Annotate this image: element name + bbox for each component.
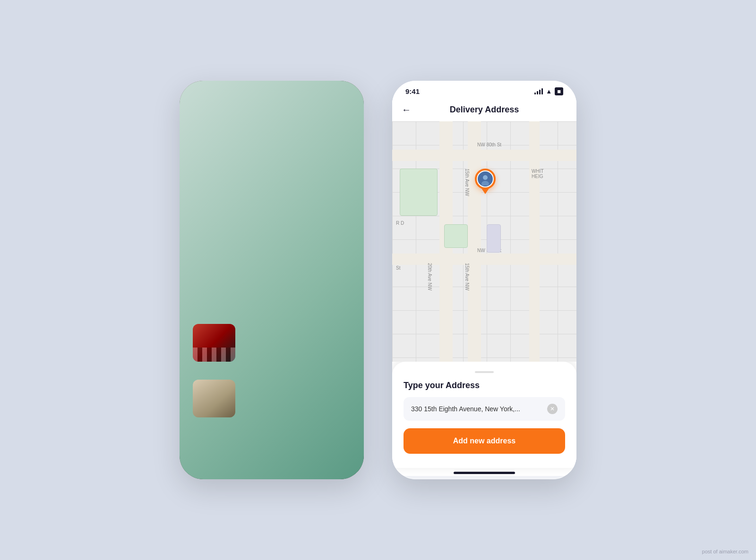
watermark: post of aimaker.com: [702, 549, 748, 554]
road-label-st: St: [396, 265, 400, 271]
delivery-header: ← Delivery Address: [392, 98, 576, 121]
pin-tail: [481, 188, 489, 194]
road-nw65: [392, 254, 576, 265]
map-block-green-1: [400, 169, 438, 216]
map-block-green-2: [444, 224, 468, 248]
back-button[interactable]: ←: [402, 104, 411, 115]
clear-address-button[interactable]: ✕: [547, 404, 558, 414]
status-icons-right: ▲ ■: [534, 87, 563, 95]
road-label-rd: R D: [396, 221, 404, 226]
restaurant-image-tsunami: [193, 380, 235, 417]
svg-point-1: [483, 175, 488, 180]
wifi-icon-right: ▲: [546, 88, 552, 95]
right-phone: 9:41 ▲ ■ ← Delivery Address: [392, 81, 576, 479]
delivery-title: Delivery Address: [450, 105, 519, 115]
pin-circle: [475, 169, 496, 189]
status-time-right: 9:41: [405, 87, 420, 95]
home-indicator-right: [454, 472, 515, 474]
add-address-button[interactable]: Add new address: [404, 428, 565, 454]
bottom-sheet: Type your Address 330 15th Eighth Avenue…: [392, 362, 576, 468]
map-container[interactable]: NW 80th St NW 65th St 15th Ave NW 15th A…: [392, 121, 576, 362]
left-phone-content: Nearby 089 Emard Locks Apt.... ▾ Food Dr…: [180, 98, 364, 476]
map-block-gray-1: [487, 224, 501, 253]
sheet-handle: [475, 371, 494, 373]
road-label-20th: 20th Ave NW: [427, 263, 432, 290]
signal-icon-right: [534, 89, 543, 94]
battery-icon-right: ■: [555, 87, 563, 95]
road-label-15th-bot: 15th Ave NW: [464, 263, 470, 290]
road-label-nw80: NW 80th St: [477, 142, 501, 147]
status-bar-right: 9:41 ▲ ■: [392, 81, 576, 98]
address-input-row[interactable]: 330 15th Eighth Avenue, New York,... ✕: [404, 397, 565, 421]
restaurant-list: Coco Restaurant 📍 76A Eighth Avenue, New…: [180, 148, 364, 425]
right-phone-content: ← Delivery Address NW 80th St NW 65th St…: [392, 98, 576, 476]
road-nw80: [392, 150, 576, 161]
road-label-whit: WHITHEIG: [532, 169, 544, 179]
restaurant-image-japan: [193, 269, 235, 307]
road-label-15th-top: 15th Ave NW: [464, 169, 470, 196]
map-pin: [475, 169, 496, 194]
pin-avatar: [477, 170, 494, 187]
left-phone: 9:41 ▲ ■ Nearby 089 Ema: [180, 81, 364, 479]
restaurant-image-bb: [193, 324, 235, 362]
address-input-text: 330 15th Eighth Avenue, New York,...: [411, 405, 542, 413]
sheet-title: Type your Address: [404, 381, 565, 390]
phones-container: 9:41 ▲ ■ Nearby 089 Ema: [180, 81, 576, 479]
restaurant-card-japan[interactable]: Japan Foods 📍 334 Arely Mount Apt, New Y…: [187, 263, 356, 313]
